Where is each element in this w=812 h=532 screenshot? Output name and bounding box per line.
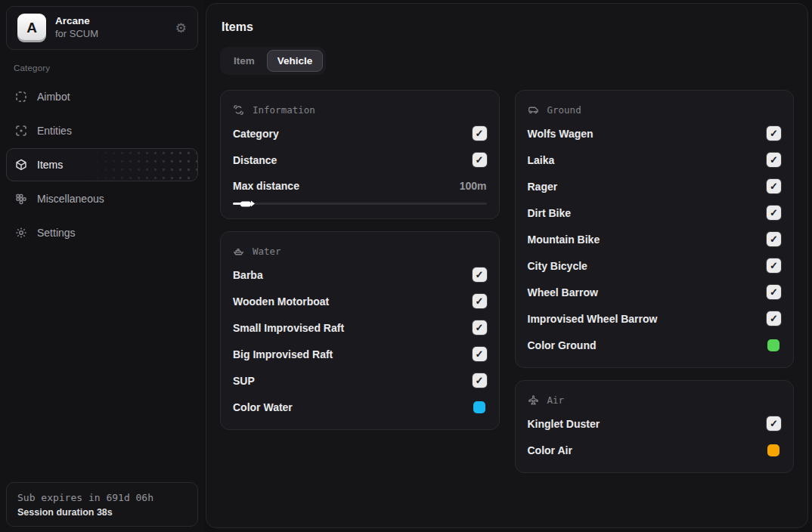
checkbox[interactable]: ✓ [767,285,781,299]
checkbox[interactable]: ✓ [767,179,781,193]
sidebar-item-label: Items [37,159,63,171]
subscription-panel: Sub expires in 691d 06h Session duration… [6,482,198,527]
setting-row: Mountain Bike ✓ [528,226,782,252]
app-title-block: Arcane for SCUM [55,15,166,40]
cards-grid: Information Category ✓ Distance ✓ [220,90,794,473]
setting-label: Mountain Bike [528,234,600,246]
max-distance-handle[interactable] [240,201,251,206]
left-column: Information Category ✓ Distance ✓ [220,90,500,473]
sidebar-item-label: Entities [37,125,72,137]
items-cube-icon [15,159,27,171]
color-swatch[interactable] [767,339,779,351]
setting-row: Improvised Wheel Barrow ✓ [528,305,782,332]
setting-row: Color Air [528,437,782,463]
checkbox[interactable]: ✓ [473,126,487,141]
checkbox[interactable]: ✓ [473,320,487,335]
max-distance-block: Max distance 100m [233,173,487,209]
setting-label: Laika [528,154,555,166]
card-title: Ground [547,104,581,116]
information-card: Information Category ✓ Distance ✓ [220,90,500,219]
color-swatch[interactable] [473,401,485,413]
card-title: Information [253,104,315,116]
vehicle-icon [528,104,539,116]
setting-label: Color Ground [528,339,597,351]
sidebar-nav: Aimbot Entities Items [0,80,204,249]
water-rows: Barba ✓ Wooden Motorboat ✓ Small Improvi [233,261,487,420]
card-title: Air [547,394,565,406]
setting-row: Kinglet Duster ✓ [528,410,782,437]
max-distance-slider[interactable] [233,203,487,205]
sidebar-item-entities[interactable]: Entities [6,114,198,147]
air-card: Air Kinglet Duster ✓ Color Air [515,380,795,473]
setting-label: Wooden Motorboat [233,295,329,308]
setting-row: City Bicycle ✓ [528,252,782,279]
setting-label: Wolfs Wagen [528,128,594,140]
setting-row: Rager ✓ [528,173,782,200]
sidebar-item-items[interactable]: Items [6,148,198,181]
setting-label: Color Air [528,444,572,456]
setting-label: Barba [233,269,263,281]
setting-row: Distance ✓ [233,147,487,173]
setting-row: Barba ✓ [233,261,487,288]
setting-row: Wooden Motorboat ✓ [233,288,487,314]
app-logo: A [17,14,46,42]
setting-row: SUP ✓ [233,367,487,394]
card-title: Water [253,246,281,257]
setting-label: Kinglet Duster [528,418,600,430]
ground-card: Ground Wolfs Wagen ✓ Laika ✓ [515,90,795,368]
settings-gear-icon[interactable]: ⚙ [175,22,187,35]
checkbox[interactable]: ✓ [473,268,487,282]
sidebar-item-aimbot[interactable]: Aimbot [6,80,198,113]
setting-label: Rager [528,181,558,193]
app-logo-card: A Arcane for SCUM ⚙ [6,6,198,50]
setting-row: Small Improvised Raft ✓ [233,314,487,341]
sidebar-item-miscellaneous[interactable]: Miscellaneous [6,182,198,215]
app-subtitle: for SCUM [55,28,166,40]
sidebar-item-label: Aimbot [37,91,70,103]
sidebar-item-settings[interactable]: Settings [6,216,198,249]
ground-card-header: Ground [528,101,782,120]
session-duration-text: Session duration 38s [17,507,187,518]
right-column: Ground Wolfs Wagen ✓ Laika ✓ [515,90,795,473]
air-rows: Kinglet Duster ✓ Color Air [528,410,782,463]
tab-item[interactable]: Item [223,50,265,72]
app-title: Arcane [55,15,166,28]
color-swatch[interactable] [767,444,779,456]
information-card-header: Information [233,101,487,120]
checkbox[interactable]: ✓ [473,153,487,167]
setting-row: Color Water [233,394,487,420]
setting-row: Big Improvised Raft ✓ [233,341,487,367]
boat-icon [233,246,244,257]
information-icon [233,104,244,116]
item-vehicle-tabs: Item Vehicle [220,47,326,75]
setting-row: Wheel Barrow ✓ [528,279,782,305]
checkbox[interactable]: ✓ [473,347,487,361]
tab-vehicle[interactable]: Vehicle [267,50,324,72]
checkbox[interactable]: ✓ [767,153,781,167]
setting-label: City Bicycle [528,260,587,272]
page-title: Items [222,20,794,34]
checkbox[interactable]: ✓ [767,206,781,220]
water-card: Water Barba ✓ Wooden Motorboat ✓ [220,231,500,430]
checkbox[interactable]: ✓ [473,373,487,388]
checkbox[interactable]: ✓ [473,294,487,308]
plane-icon [528,394,539,406]
setting-row: Color Ground [528,332,782,358]
setting-label: Big Improvised Raft [233,348,333,360]
sub-expiry-text: Sub expires in 691d 06h [17,492,187,503]
sidebar-section-label: Category [14,63,204,73]
sidebar: A Arcane for SCUM ⚙ Category Aimbot Enti… [0,0,204,532]
setting-label: Category [233,128,279,140]
sidebar-item-label: Settings [37,227,76,239]
checkbox[interactable]: ✓ [767,232,781,246]
setting-row: Laika ✓ [528,147,782,173]
setting-label: Distance [233,154,277,166]
checkbox[interactable]: ✓ [767,311,781,326]
settings-icon [15,227,27,239]
setting-label: Dirt Bike [528,207,572,219]
checkbox[interactable]: ✓ [767,416,781,431]
checkbox[interactable]: ✓ [767,126,781,141]
main-panel: Items Item Vehicle Information [206,3,808,528]
water-card-header: Water [233,242,487,261]
checkbox[interactable]: ✓ [767,258,781,273]
